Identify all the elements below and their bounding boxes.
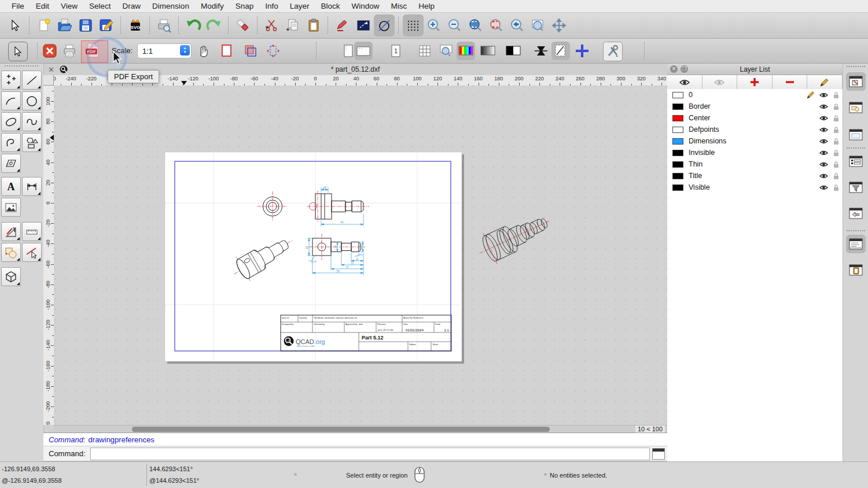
hatch-tool-button[interactable]	[1, 154, 21, 173]
multiple-pages-button[interactable]	[415, 42, 434, 60]
menu-item-modify[interactable]: Modify	[195, 2, 230, 10]
palette-drag-handle[interactable]	[5, 65, 38, 66]
misc-draw-tools-button[interactable]	[1, 222, 21, 241]
paper-borders-button[interactable]	[218, 42, 236, 60]
view-list-panel-button[interactable]	[846, 125, 866, 144]
drawing-canvas[interactable]: ⌀8 41	[54, 86, 667, 425]
remove-layer-button[interactable]	[773, 75, 808, 89]
layer-visibility-icon[interactable]	[817, 138, 830, 145]
dimension-tools-button[interactable]	[22, 177, 42, 196]
crosshair-button[interactable]	[573, 42, 591, 60]
save-as-button[interactable]	[96, 14, 117, 36]
menu-item-draw[interactable]: Draw	[117, 2, 147, 10]
menu-item-select[interactable]: Select	[83, 2, 117, 10]
edit-layer-button[interactable]	[807, 75, 843, 89]
preferences-button[interactable]	[603, 42, 623, 61]
layer-visibility-icon[interactable]	[817, 161, 830, 168]
layer-visibility-icon[interactable]	[817, 127, 830, 133]
menu-item-dimension[interactable]: Dimension	[146, 2, 195, 10]
zoom-in-button[interactable]	[424, 14, 444, 36]
property-editor-panel-button[interactable]	[846, 152, 866, 171]
command-input[interactable]	[90, 448, 650, 460]
selection-pointer-button[interactable]	[5, 14, 25, 36]
layer-visibility-icon[interactable]	[817, 115, 830, 121]
layer-lock-icon[interactable]	[830, 138, 843, 145]
panel-close-icon[interactable]: ✕	[670, 65, 678, 73]
menu-item-file[interactable]: File	[6, 2, 30, 10]
menu-item-help[interactable]: Help	[413, 2, 440, 10]
pan-hand-button[interactable]	[194, 42, 213, 60]
horizontal-scrollbar[interactable]: 10 < 100	[54, 425, 667, 432]
measure-tools-button[interactable]	[22, 222, 42, 241]
zoom-to-page-button[interactable]	[437, 42, 455, 60]
open-file-button[interactable]	[54, 14, 75, 36]
layer-list-panel-button[interactable]	[846, 72, 866, 91]
spline-tools-button[interactable]	[22, 112, 42, 131]
grayscale-button[interactable]	[479, 42, 497, 60]
layer-row-invisible[interactable]: Invisible	[667, 147, 843, 158]
draw-order-button[interactable]	[374, 14, 395, 36]
modify-tools-button[interactable]	[1, 243, 21, 262]
menu-item-window[interactable]: Window	[346, 2, 385, 10]
layer-row-visible[interactable]: Visible	[667, 182, 843, 193]
layer-lock-icon[interactable]	[830, 103, 843, 110]
ellipse-tools-button[interactable]	[1, 112, 21, 131]
draft-mode-button[interactable]	[551, 42, 570, 60]
layer-row-thin[interactable]: Thin	[667, 158, 843, 170]
layer-visibility-icon[interactable]	[817, 150, 830, 156]
page-crop-button[interactable]	[241, 42, 260, 60]
add-layer-button[interactable]	[737, 75, 773, 89]
select-tools-button[interactable]	[22, 243, 42, 262]
shape-tools-button[interactable]	[22, 133, 42, 152]
line-tools-button[interactable]	[22, 71, 42, 90]
scrollbar-thumb[interactable]	[132, 427, 550, 432]
solid-3d-tools-button[interactable]	[1, 267, 21, 286]
layer-row-title[interactable]: Title	[667, 170, 843, 182]
command-line-panel-button[interactable]	[846, 235, 866, 253]
print-button[interactable]	[60, 42, 79, 60]
new-document-button[interactable]	[34, 14, 54, 36]
show-all-layers-button[interactable]	[667, 75, 703, 89]
menu-item-edit[interactable]: Edit	[30, 2, 55, 10]
zoom-window-button[interactable]	[528, 14, 549, 36]
layer-row-defpoints[interactable]: Defpoints	[667, 124, 843, 135]
scale-tool-button[interactable]	[353, 14, 374, 36]
selection-filter-panel-button[interactable]	[846, 178, 866, 197]
layer-lock-icon[interactable]	[830, 184, 843, 191]
fit-page-button[interactable]	[264, 42, 282, 60]
redo-button[interactable]	[204, 14, 225, 36]
stepper-arrows[interactable]: ▲▼	[180, 45, 190, 56]
selection-pointer-button-2[interactable]	[8, 42, 28, 61]
black-white-button[interactable]	[504, 42, 523, 60]
undo-button[interactable]	[183, 14, 204, 36]
command-panel-toggle-button[interactable]	[652, 448, 665, 460]
layer-row-dimensions[interactable]: Dimensions	[667, 135, 843, 147]
text-tool-button[interactable]: A	[1, 177, 21, 196]
menu-item-layer[interactable]: Layer	[284, 2, 315, 10]
print-preview-button[interactable]	[154, 14, 175, 36]
point-tools-button[interactable]	[1, 71, 21, 90]
layer-row-0[interactable]: 0	[667, 89, 843, 101]
single-page-button[interactable]: 1	[387, 42, 405, 60]
tab-close-icon[interactable]: ✕	[48, 65, 54, 74]
save-button[interactable]	[75, 14, 96, 36]
polyline-tools-button[interactable]	[1, 133, 21, 152]
svg-export-button[interactable]: SVG	[125, 14, 146, 36]
landscape-button[interactable]	[354, 42, 373, 60]
layer-lock-icon[interactable]	[830, 161, 843, 168]
pan-button[interactable]	[549, 14, 569, 36]
hairline-mode-button[interactable]	[532, 42, 550, 60]
menu-item-view[interactable]: View	[55, 2, 83, 10]
layer-visibility-icon[interactable]	[817, 184, 830, 191]
full-color-button[interactable]	[457, 42, 475, 60]
image-tool-button[interactable]	[1, 198, 21, 217]
clipboard-panel-button[interactable]	[846, 261, 866, 279]
menu-item-snap[interactable]: Snap	[230, 2, 260, 10]
circle-tools-button[interactable]	[22, 91, 42, 110]
library-browser-panel-button[interactable]	[846, 204, 866, 223]
layer-lock-icon[interactable]	[830, 149, 843, 157]
delete-eraser-button[interactable]	[233, 14, 253, 36]
arc-tools-button[interactable]	[1, 91, 21, 110]
layer-row-center[interactable]: Center	[667, 112, 843, 124]
layer-row-border[interactable]: Border	[667, 101, 843, 112]
